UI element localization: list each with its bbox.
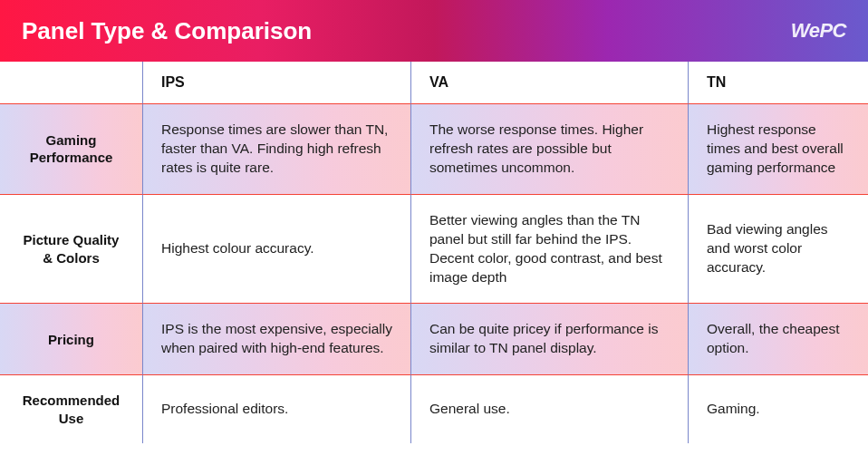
cell-pricing-va: Can be quite pricey if performance is si… xyxy=(411,303,689,375)
cell-use-va: General use. xyxy=(411,375,689,443)
cell-picture-ips: Highest colour accuracy. xyxy=(143,195,411,304)
cell-gaming-ips: Response times are slower than TN, faste… xyxy=(143,103,411,195)
cell-picture-va: Better viewing angles than the TN panel … xyxy=(411,195,689,304)
comparison-table: IPS VA TN Gaming Performance Response ti… xyxy=(0,62,868,443)
column-header-va: VA xyxy=(411,62,689,103)
cell-use-tn: Gaming. xyxy=(689,375,868,443)
header-bar: Panel Type & Comparison WePC xyxy=(0,0,868,62)
cell-gaming-tn: Highest response times and best overall … xyxy=(689,103,868,195)
column-header-ips: IPS xyxy=(143,62,411,103)
header-empty xyxy=(0,62,143,103)
brand-logo: WePC xyxy=(791,19,846,43)
cell-picture-tn: Bad viewing angles and worst color accur… xyxy=(689,195,868,304)
page-title: Panel Type & Comparison xyxy=(22,17,312,45)
row-label-use: Recommended Use xyxy=(0,375,143,443)
row-label-pricing: Pricing xyxy=(0,303,143,375)
cell-use-ips: Professional editors. xyxy=(143,375,411,443)
row-label-gaming: Gaming Performance xyxy=(0,103,143,195)
cell-pricing-tn: Overall, the cheapest option. xyxy=(689,303,868,375)
row-label-picture: Picture Quality & Colors xyxy=(0,195,143,304)
cell-pricing-ips: IPS is the most expensive, especially wh… xyxy=(143,303,411,375)
column-header-tn: TN xyxy=(689,62,868,103)
cell-gaming-va: The worse response times. Higher refresh… xyxy=(411,103,689,195)
